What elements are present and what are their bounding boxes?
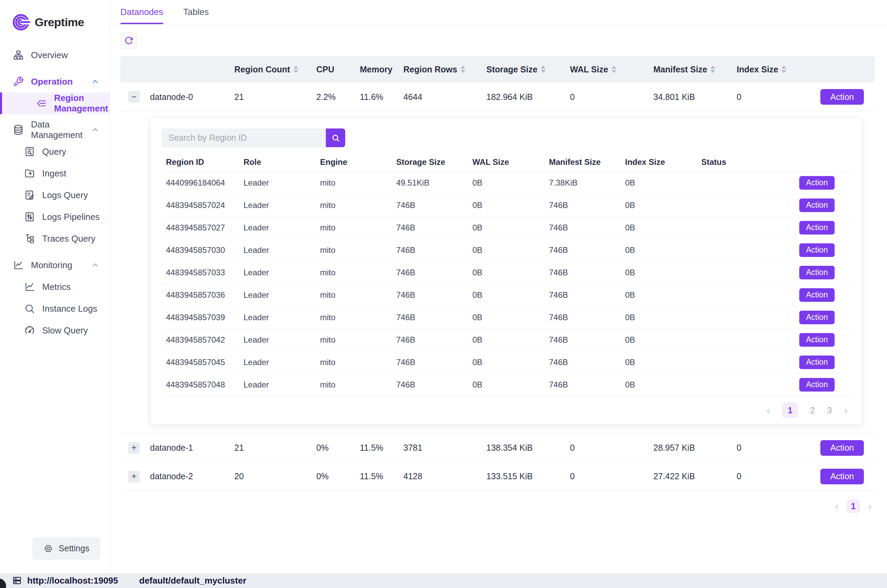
index-size-cell: 0B bbox=[621, 357, 697, 367]
sort-icon[interactable] bbox=[782, 66, 786, 73]
sidebar-item-overview[interactable]: Overview bbox=[0, 44, 110, 66]
sort-icon[interactable] bbox=[612, 66, 616, 73]
page-number-2[interactable]: 2 bbox=[810, 405, 815, 416]
magnifier-icon bbox=[24, 303, 35, 314]
region-id-cell: 4483945857045 bbox=[162, 357, 239, 367]
region-action-button[interactable]: Action bbox=[799, 356, 834, 369]
datanode-action-button[interactable]: Action bbox=[820, 440, 864, 456]
region-action-button[interactable]: Action bbox=[799, 176, 834, 190]
expand-row-button[interactable]: + bbox=[128, 471, 140, 482]
column-label: Role bbox=[239, 158, 316, 167]
sort-icon[interactable] bbox=[460, 66, 465, 73]
sidebar-item-logs-query[interactable]: Logs Query bbox=[0, 184, 110, 206]
index-size-cell: 0B bbox=[621, 380, 697, 390]
document-search-icon bbox=[24, 146, 35, 158]
region-table-row: 4483945857048 Leader mito 746B 0B 746B 0… bbox=[162, 374, 851, 396]
page-prev-icon[interactable]: ‹ bbox=[767, 405, 770, 416]
region-action-button[interactable]: Action bbox=[799, 378, 834, 392]
role-cell: Leader bbox=[239, 178, 316, 188]
role-cell: Leader bbox=[239, 268, 316, 278]
region-table-body: 4440996184064 Leader mito 49.51KiB 0B 7.… bbox=[162, 172, 851, 396]
column-label: Manifest Size bbox=[653, 64, 707, 74]
storage-size-cell: 746B bbox=[392, 380, 468, 390]
region-action-button[interactable]: Action bbox=[799, 333, 834, 346]
page-number-1[interactable]: 1 bbox=[846, 499, 860, 513]
wal-size-cell: 0B bbox=[468, 268, 544, 278]
sidebar-item-label: Query bbox=[42, 147, 66, 157]
sidebar-item-label: Metrics bbox=[42, 282, 71, 292]
sidebar-item-ingest[interactable]: Ingest bbox=[0, 162, 110, 184]
sidebar-item-region-management[interactable]: Region Management bbox=[0, 93, 110, 114]
datanode-action-button[interactable]: Action bbox=[820, 89, 864, 105]
datanode-action-button[interactable]: Action bbox=[820, 469, 864, 484]
role-cell: Leader bbox=[239, 313, 316, 322]
sidebar-group-monitoring[interactable]: Monitoring bbox=[0, 254, 110, 276]
region-action-button[interactable]: Action bbox=[799, 266, 834, 279]
chevron-up-icon[interactable] bbox=[91, 78, 99, 86]
sidebar-item-logs-pipelines[interactable]: Logs Pipelines bbox=[0, 206, 110, 228]
refresh-button[interactable] bbox=[120, 32, 137, 49]
column-label: WAL Size bbox=[468, 158, 544, 167]
region-action-button[interactable]: Action bbox=[799, 310, 834, 324]
tab-bar: Datanodes Tables bbox=[110, 0, 887, 24]
region-action-button[interactable]: Action bbox=[799, 221, 834, 234]
settings-button[interactable]: Settings bbox=[32, 537, 100, 560]
cluster-name: default/default_mycluster bbox=[139, 575, 246, 586]
engine-cell: mito bbox=[316, 313, 392, 322]
sidebar-item-instance-logs[interactable]: Instance Logs bbox=[0, 298, 110, 320]
datanodes-table: Region Count CPU Memory Region Rows Stor… bbox=[120, 56, 875, 521]
datanodes-pagination: ‹ 1 › bbox=[120, 491, 875, 521]
region-action-button[interactable]: Action bbox=[799, 288, 834, 302]
gear-icon bbox=[43, 543, 53, 554]
storage-size-cell: 746B bbox=[392, 357, 468, 367]
manifest-size-cell: 746B bbox=[544, 313, 621, 322]
search-button[interactable] bbox=[326, 129, 345, 147]
collapse-row-button[interactable]: − bbox=[128, 91, 140, 103]
page-number-1[interactable]: 1 bbox=[782, 402, 798, 418]
page-prev-icon[interactable]: ‹ bbox=[835, 501, 838, 511]
index-size-cell: 0B bbox=[621, 178, 697, 188]
manifest-size-cell: 746B bbox=[544, 201, 621, 210]
chevron-up-icon[interactable] bbox=[91, 261, 99, 269]
expand-row-button[interactable]: + bbox=[128, 442, 140, 454]
sidebar-item-slow-query[interactable]: Slow Query bbox=[0, 320, 110, 341]
tab-tables[interactable]: Tables bbox=[183, 0, 209, 24]
sidebar-group-data-management[interactable]: Data Management bbox=[0, 119, 110, 141]
manifest-size-cell: 7.38KiB bbox=[544, 178, 621, 188]
column-label: Storage Size bbox=[392, 158, 468, 167]
folder-arrow-icon bbox=[24, 168, 35, 179]
index-size-cell: 0B bbox=[621, 313, 697, 322]
manifest-size-cell: 746B bbox=[544, 290, 621, 300]
sidebar-item-metrics[interactable]: Metrics bbox=[0, 276, 110, 298]
speedometer-icon bbox=[24, 325, 35, 336]
page-number-3[interactable]: 3 bbox=[827, 405, 832, 416]
manifest-size-cell: 746B bbox=[544, 268, 621, 278]
region-card: Region ID Role Engine Storage Size WAL S… bbox=[150, 118, 862, 425]
sidebar-item-label: Slow Query bbox=[42, 325, 88, 336]
tab-datanodes[interactable]: Datanodes bbox=[120, 0, 163, 24]
sidebar-item-query[interactable]: Query bbox=[0, 141, 110, 162]
region-action-button[interactable]: Action bbox=[799, 198, 834, 212]
sidebar-item-traces-query[interactable]: Traces Query bbox=[0, 228, 110, 249]
column-label: Index Size bbox=[737, 64, 778, 74]
storage-size-cell: 746B bbox=[392, 201, 468, 210]
chevron-up-icon[interactable] bbox=[91, 126, 99, 134]
branch-nodes-icon bbox=[24, 233, 35, 244]
sidebar-item-label: Logs Query bbox=[42, 190, 88, 201]
sort-icon[interactable] bbox=[541, 66, 546, 73]
wal-size-cell: 0 bbox=[551, 443, 622, 453]
storage-size-cell: 138.354 KiB bbox=[469, 443, 551, 453]
index-size-cell: 0 bbox=[718, 92, 792, 102]
page-next-icon[interactable]: › bbox=[868, 501, 872, 511]
region-id-cell: 4483945857036 bbox=[162, 290, 239, 300]
memory-cell: 11.5% bbox=[333, 443, 388, 453]
sort-icon[interactable] bbox=[711, 66, 715, 73]
region-id-cell: 4483945857024 bbox=[162, 201, 239, 210]
region-table-row: 4483945857045 Leader mito 746B 0B 746B 0… bbox=[162, 351, 851, 374]
region-search-input[interactable] bbox=[162, 129, 326, 147]
page-next-icon[interactable]: › bbox=[844, 405, 848, 416]
role-cell: Leader bbox=[239, 380, 316, 390]
sidebar-group-operation[interactable]: Operation bbox=[0, 71, 110, 93]
region-action-button[interactable]: Action bbox=[799, 243, 834, 257]
sidebar-item-label: Ingest bbox=[42, 168, 66, 179]
